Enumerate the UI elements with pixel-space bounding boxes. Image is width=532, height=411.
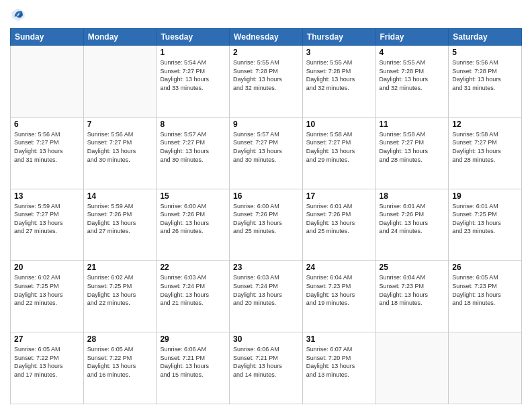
calendar-cell: 21Sunrise: 6:02 AM Sunset: 7:25 PM Dayli…: [83, 261, 157, 332]
day-number: 28: [87, 334, 153, 344]
calendar-cell: 3Sunrise: 5:55 AM Sunset: 7:28 PM Daylig…: [302, 46, 375, 118]
week-row-0: 1Sunrise: 5:54 AM Sunset: 7:27 PM Daylig…: [11, 46, 522, 118]
day-number: 24: [306, 263, 372, 272]
day-info: Sunrise: 5:56 AM Sunset: 7:27 PM Dayligh…: [14, 130, 80, 164]
calendar-cell: 29Sunrise: 6:06 AM Sunset: 7:21 PM Dayli…: [157, 332, 230, 404]
day-number: 18: [380, 191, 445, 201]
calendar-cell: 24Sunrise: 6:04 AM Sunset: 7:23 PM Dayli…: [302, 261, 375, 332]
calendar-cell: 17Sunrise: 6:01 AM Sunset: 7:26 PM Dayli…: [302, 189, 375, 261]
day-number: 9: [233, 120, 299, 129]
calendar-cell: 27Sunrise: 6:05 AM Sunset: 7:22 PM Dayli…: [11, 332, 84, 404]
day-info: Sunrise: 6:04 AM Sunset: 7:23 PM Dayligh…: [380, 273, 445, 307]
calendar-cell: 25Sunrise: 6:04 AM Sunset: 7:23 PM Dayli…: [375, 261, 449, 332]
calendar-cell: 19Sunrise: 6:01 AM Sunset: 7:25 PM Dayli…: [449, 189, 522, 261]
day-number: 22: [160, 263, 226, 272]
day-info: Sunrise: 5:55 AM Sunset: 7:28 PM Dayligh…: [306, 58, 372, 92]
calendar: SundayMondayTuesdayWednesdayThursdayFrid…: [10, 28, 522, 404]
day-info: Sunrise: 6:06 AM Sunset: 7:21 PM Dayligh…: [160, 345, 226, 379]
day-info: Sunrise: 5:56 AM Sunset: 7:28 PM Dayligh…: [452, 58, 518, 92]
day-info: Sunrise: 6:00 AM Sunset: 7:26 PM Dayligh…: [160, 202, 226, 236]
weekday-header-friday: Friday: [375, 29, 449, 46]
day-number: 15: [160, 191, 226, 201]
calendar-cell: 14Sunrise: 5:59 AM Sunset: 7:26 PM Dayli…: [83, 189, 157, 261]
calendar-cell: [83, 46, 157, 118]
day-info: Sunrise: 6:05 AM Sunset: 7:22 PM Dayligh…: [14, 345, 80, 379]
calendar-cell: 31Sunrise: 6:07 AM Sunset: 7:20 PM Dayli…: [302, 332, 375, 404]
day-info: Sunrise: 6:06 AM Sunset: 7:21 PM Dayligh…: [233, 345, 299, 379]
calendar-cell: 9Sunrise: 5:57 AM Sunset: 7:27 PM Daylig…: [230, 117, 303, 189]
day-number: 7: [87, 120, 153, 129]
day-info: Sunrise: 6:00 AM Sunset: 7:26 PM Dayligh…: [233, 202, 299, 236]
calendar-cell: 6Sunrise: 5:56 AM Sunset: 7:27 PM Daylig…: [11, 117, 84, 189]
header: [10, 7, 522, 23]
day-number: 16: [233, 191, 299, 201]
week-row-2: 13Sunrise: 5:59 AM Sunset: 7:27 PM Dayli…: [11, 189, 522, 261]
day-number: 27: [14, 334, 80, 344]
day-number: 10: [306, 120, 372, 129]
weekday-header-wednesday: Wednesday: [230, 29, 303, 46]
calendar-cell: 26Sunrise: 6:05 AM Sunset: 7:23 PM Dayli…: [449, 261, 522, 332]
day-number: 23: [233, 263, 299, 272]
day-number: 20: [14, 263, 80, 272]
logo-icon: [10, 7, 26, 23]
calendar-cell: 22Sunrise: 6:03 AM Sunset: 7:24 PM Dayli…: [157, 261, 230, 332]
weekday-header-tuesday: Tuesday: [157, 29, 230, 46]
day-info: Sunrise: 5:59 AM Sunset: 7:27 PM Dayligh…: [14, 202, 80, 236]
calendar-cell: 4Sunrise: 5:55 AM Sunset: 7:28 PM Daylig…: [375, 46, 449, 118]
calendar-cell: 13Sunrise: 5:59 AM Sunset: 7:27 PM Dayli…: [11, 189, 84, 261]
day-number: 17: [306, 191, 372, 201]
day-info: Sunrise: 5:58 AM Sunset: 7:27 PM Dayligh…: [452, 130, 518, 164]
calendar-cell: 28Sunrise: 6:05 AM Sunset: 7:22 PM Dayli…: [83, 332, 157, 404]
day-number: 31: [306, 334, 372, 344]
day-number: 5: [452, 48, 518, 57]
calendar-cell: 5Sunrise: 5:56 AM Sunset: 7:28 PM Daylig…: [449, 46, 522, 118]
day-info: Sunrise: 5:55 AM Sunset: 7:28 PM Dayligh…: [233, 58, 299, 92]
calendar-cell: 8Sunrise: 5:57 AM Sunset: 7:27 PM Daylig…: [157, 117, 230, 189]
day-number: 12: [452, 120, 518, 129]
calendar-cell: [449, 332, 522, 404]
day-info: Sunrise: 6:01 AM Sunset: 7:26 PM Dayligh…: [306, 202, 372, 236]
calendar-cell: [11, 46, 84, 118]
logo: [10, 7, 29, 23]
week-row-1: 6Sunrise: 5:56 AM Sunset: 7:27 PM Daylig…: [11, 117, 522, 189]
day-info: Sunrise: 6:03 AM Sunset: 7:24 PM Dayligh…: [160, 273, 226, 307]
calendar-cell: 23Sunrise: 6:03 AM Sunset: 7:24 PM Dayli…: [230, 261, 303, 332]
day-info: Sunrise: 6:02 AM Sunset: 7:25 PM Dayligh…: [87, 273, 153, 307]
calendar-cell: 11Sunrise: 5:58 AM Sunset: 7:27 PM Dayli…: [375, 117, 449, 189]
day-number: 21: [87, 263, 153, 272]
day-number: 6: [14, 120, 80, 129]
day-number: 4: [380, 48, 445, 57]
day-number: 19: [452, 191, 518, 201]
day-number: 11: [380, 120, 445, 129]
day-info: Sunrise: 6:02 AM Sunset: 7:25 PM Dayligh…: [14, 273, 80, 307]
day-info: Sunrise: 6:03 AM Sunset: 7:24 PM Dayligh…: [233, 273, 299, 307]
calendar-cell: 2Sunrise: 5:55 AM Sunset: 7:28 PM Daylig…: [230, 46, 303, 118]
weekday-header-sunday: Sunday: [11, 29, 84, 46]
day-info: Sunrise: 6:04 AM Sunset: 7:23 PM Dayligh…: [306, 273, 372, 307]
day-info: Sunrise: 5:59 AM Sunset: 7:26 PM Dayligh…: [87, 202, 153, 236]
calendar-cell: 1Sunrise: 5:54 AM Sunset: 7:27 PM Daylig…: [157, 46, 230, 118]
calendar-cell: 15Sunrise: 6:00 AM Sunset: 7:26 PM Dayli…: [157, 189, 230, 261]
calendar-cell: 16Sunrise: 6:00 AM Sunset: 7:26 PM Dayli…: [230, 189, 303, 261]
day-info: Sunrise: 5:54 AM Sunset: 7:27 PM Dayligh…: [160, 58, 226, 92]
day-info: Sunrise: 5:55 AM Sunset: 7:28 PM Dayligh…: [380, 58, 445, 92]
day-info: Sunrise: 5:58 AM Sunset: 7:27 PM Dayligh…: [306, 130, 372, 164]
day-number: 13: [14, 191, 80, 201]
day-number: 3: [306, 48, 372, 57]
day-number: 1: [160, 48, 226, 57]
week-row-4: 27Sunrise: 6:05 AM Sunset: 7:22 PM Dayli…: [11, 332, 522, 404]
day-number: 26: [452, 263, 518, 272]
day-info: Sunrise: 6:01 AM Sunset: 7:25 PM Dayligh…: [452, 202, 518, 236]
calendar-cell: 7Sunrise: 5:56 AM Sunset: 7:27 PM Daylig…: [83, 117, 157, 189]
day-info: Sunrise: 5:57 AM Sunset: 7:27 PM Dayligh…: [160, 130, 226, 164]
day-number: 14: [87, 191, 153, 201]
day-number: 29: [160, 334, 226, 344]
day-info: Sunrise: 6:05 AM Sunset: 7:22 PM Dayligh…: [87, 345, 153, 379]
day-info: Sunrise: 6:05 AM Sunset: 7:23 PM Dayligh…: [452, 273, 518, 307]
calendar-cell: 20Sunrise: 6:02 AM Sunset: 7:25 PM Dayli…: [11, 261, 84, 332]
day-info: Sunrise: 5:58 AM Sunset: 7:27 PM Dayligh…: [380, 130, 445, 164]
day-number: 25: [380, 263, 445, 272]
day-info: Sunrise: 5:56 AM Sunset: 7:27 PM Dayligh…: [87, 130, 153, 164]
day-info: Sunrise: 5:57 AM Sunset: 7:27 PM Dayligh…: [233, 130, 299, 164]
calendar-cell: 30Sunrise: 6:06 AM Sunset: 7:21 PM Dayli…: [230, 332, 303, 404]
